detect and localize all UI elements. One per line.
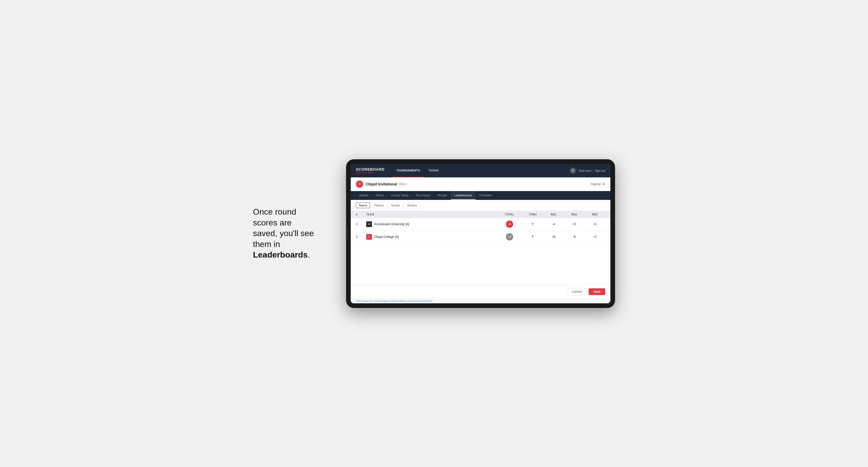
score-badge: +3	[506, 233, 513, 241]
leaderboard-table: # TEAM TOTAL THRU RD1 RD2 RD3 1 SU Scor	[351, 211, 610, 243]
total-cell: +3	[497, 233, 523, 241]
page-wrapper: Once round scores are saved, you'll see …	[253, 159, 615, 308]
tournament-gender: (Men)	[399, 182, 407, 186]
user-name: Test User |	[579, 169, 592, 172]
row-rank: 2	[356, 235, 366, 239]
sub-tab-scores[interactable]: Scores	[388, 203, 403, 208]
sign-out-link[interactable]: Sign out	[595, 169, 605, 172]
rd1-val: -4	[543, 222, 564, 226]
score-badge: -5	[506, 221, 513, 228]
tablet-side-button	[347, 228, 348, 239]
tournament-header: C Clippd Invitational (Men) Cancel ✕	[351, 177, 610, 191]
tablet-screen: SCOREBOARD Powered by clippd TOURNAMENTS…	[351, 164, 610, 303]
thru-val: F	[523, 235, 543, 239]
team-name: Scoreboard University [A]	[374, 222, 409, 226]
tablet-frame: SCOREBOARD Powered by clippd TOURNAMENTS…	[346, 159, 615, 308]
brand-title: SCOREBOARD	[356, 167, 384, 172]
thru-val: F	[523, 222, 543, 226]
tab-course-setup[interactable]: Course Setup	[388, 191, 412, 200]
rd2-val: -8	[564, 235, 585, 239]
tab-tee-groups[interactable]: Tee Groups	[412, 191, 434, 200]
sub-tab-teams[interactable]: Teams	[356, 203, 370, 208]
total-cell: -5	[497, 221, 523, 228]
tournament-name: Clippd Invitational	[366, 182, 397, 186]
team-logo: C	[366, 234, 372, 240]
tournament-cancel-button[interactable]: Cancel ✕	[591, 182, 605, 186]
navbar: SCOREBOARD Powered by clippd TOURNAMENTS…	[351, 164, 610, 177]
sub-tab-players[interactable]: Players	[371, 203, 387, 208]
nav-teams[interactable]: TEAMS	[424, 164, 443, 177]
rd3-val: +3	[585, 235, 605, 239]
url-bar: https://stage-blue-coach.stagescoreboard…	[351, 299, 610, 303]
team-name: Clippd College [A]	[374, 235, 399, 239]
sub-tabs: Teams Players Scores Strokes	[351, 200, 610, 211]
content-area	[351, 243, 610, 285]
rd2-val: +5	[564, 222, 585, 226]
tab-results[interactable]: Results	[434, 191, 451, 200]
table-header: # TEAM TOTAL THRU RD1 RD2 RD3	[351, 211, 610, 218]
rd1-val: +8	[543, 235, 564, 239]
cancel-button[interactable]: Cancel	[568, 288, 586, 295]
rd3-val: -6	[585, 222, 605, 226]
left-description: Once round scores are saved, you'll see …	[253, 207, 331, 260]
tournament-logo: C	[356, 181, 363, 188]
tab-leaderboards[interactable]: Leaderboards	[451, 191, 476, 200]
tab-teams[interactable]: Teams	[372, 191, 388, 200]
leaderboards-bold: Leaderboards	[253, 250, 308, 259]
row-rank: 1	[356, 222, 366, 226]
main-tabs: Details Teams Course Setup Tee Groups Re…	[351, 191, 610, 200]
team-logo: SU	[366, 221, 372, 227]
nav-items: TOURNAMENTS TEAMS	[392, 164, 565, 177]
table-row: 2 C Clippd College [A] +3 F +8 -8	[351, 231, 610, 243]
brand-sub: Powered by clippd	[356, 172, 384, 174]
tab-printables[interactable]: Printables	[476, 191, 496, 200]
user-avatar: S	[570, 167, 576, 174]
team-cell: C Clippd College [A]	[366, 234, 497, 240]
save-button[interactable]: Save	[589, 288, 605, 295]
modal-footer: Cancel Save	[351, 285, 610, 299]
sub-tab-strokes[interactable]: Strokes	[404, 203, 420, 208]
close-icon[interactable]: ✕	[602, 182, 605, 186]
tab-details[interactable]: Details	[356, 191, 372, 200]
table-row: 1 SU Scoreboard University [A] -5 F -4	[351, 218, 610, 231]
team-cell: SU Scoreboard University [A]	[366, 221, 497, 227]
nav-right: S Test User | Sign out	[570, 167, 605, 174]
nav-tournaments[interactable]: TOURNAMENTS	[392, 164, 424, 177]
brand: SCOREBOARD Powered by clippd	[356, 167, 384, 174]
